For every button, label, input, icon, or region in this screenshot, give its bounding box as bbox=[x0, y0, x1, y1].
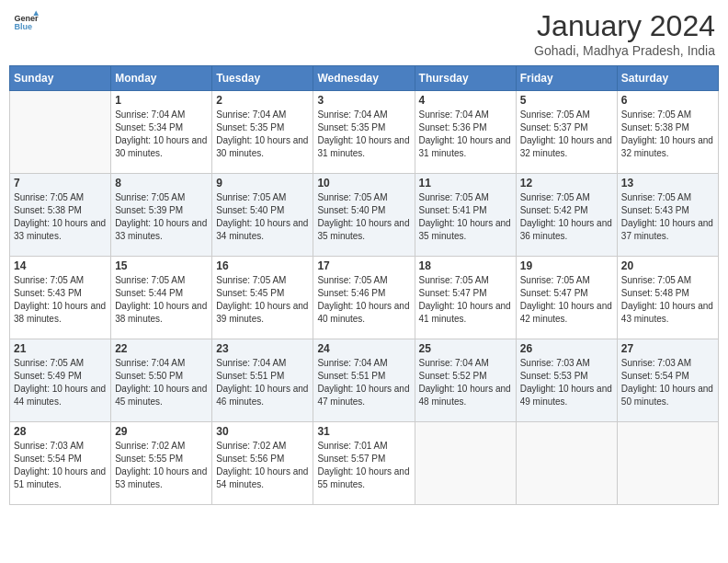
calendar-cell: 5Sunrise: 7:05 AMSunset: 5:37 PMDaylight… bbox=[516, 91, 617, 174]
cell-info: Sunrise: 7:05 AMSunset: 5:41 PMDaylight:… bbox=[419, 191, 512, 243]
calendar-cell: 10Sunrise: 7:05 AMSunset: 5:40 PMDayligh… bbox=[313, 174, 415, 257]
calendar-cell bbox=[10, 91, 111, 174]
day-number: 23 bbox=[216, 342, 309, 355]
cell-info: Sunrise: 7:02 AMSunset: 5:56 PMDaylight:… bbox=[216, 440, 309, 491]
day-number: 4 bbox=[419, 94, 512, 107]
column-header-thursday: Thursday bbox=[415, 66, 516, 91]
header-row: SundayMondayTuesdayWednesdayThursdayFrid… bbox=[10, 66, 719, 91]
day-number: 1 bbox=[115, 94, 208, 107]
day-number: 30 bbox=[216, 425, 309, 438]
column-header-wednesday: Wednesday bbox=[313, 66, 415, 91]
calendar-cell: 23Sunrise: 7:04 AMSunset: 5:51 PMDayligh… bbox=[212, 339, 313, 422]
day-number: 11 bbox=[419, 177, 512, 190]
day-number: 20 bbox=[621, 259, 714, 272]
cell-info: Sunrise: 7:05 AMSunset: 5:45 PMDaylight:… bbox=[216, 274, 309, 326]
day-number: 16 bbox=[216, 259, 309, 272]
calendar-cell: 24Sunrise: 7:04 AMSunset: 5:51 PMDayligh… bbox=[313, 339, 415, 422]
calendar-cell: 27Sunrise: 7:03 AMSunset: 5:54 PMDayligh… bbox=[617, 339, 718, 422]
calendar-cell: 31Sunrise: 7:01 AMSunset: 5:57 PMDayligh… bbox=[313, 422, 415, 505]
cell-info: Sunrise: 7:05 AMSunset: 5:43 PMDaylight:… bbox=[14, 274, 107, 326]
day-number: 7 bbox=[14, 177, 107, 190]
calendar-cell: 29Sunrise: 7:02 AMSunset: 5:55 PMDayligh… bbox=[111, 422, 212, 505]
day-number: 19 bbox=[520, 259, 613, 272]
column-header-friday: Friday bbox=[516, 66, 617, 91]
day-number: 12 bbox=[520, 177, 613, 190]
cell-info: Sunrise: 7:05 AMSunset: 5:42 PMDaylight:… bbox=[520, 191, 613, 243]
day-number: 28 bbox=[14, 425, 107, 438]
week-row-4: 21Sunrise: 7:05 AMSunset: 5:49 PMDayligh… bbox=[10, 339, 719, 422]
calendar-cell: 12Sunrise: 7:05 AMSunset: 5:42 PMDayligh… bbox=[516, 174, 617, 257]
cell-info: Sunrise: 7:05 AMSunset: 5:43 PMDaylight:… bbox=[621, 191, 714, 243]
week-row-1: 1Sunrise: 7:04 AMSunset: 5:34 PMDaylight… bbox=[10, 91, 719, 174]
day-number: 14 bbox=[14, 259, 107, 272]
calendar-cell: 15Sunrise: 7:05 AMSunset: 5:44 PMDayligh… bbox=[111, 257, 212, 339]
cell-info: Sunrise: 7:05 AMSunset: 5:47 PMDaylight:… bbox=[419, 274, 512, 326]
day-number: 31 bbox=[317, 425, 410, 438]
month-title: January 2024 bbox=[534, 9, 715, 43]
calendar-cell: 6Sunrise: 7:05 AMSunset: 5:38 PMDaylight… bbox=[617, 91, 718, 174]
calendar-cell: 26Sunrise: 7:03 AMSunset: 5:53 PMDayligh… bbox=[516, 339, 617, 422]
day-number: 17 bbox=[317, 259, 410, 272]
day-number: 8 bbox=[115, 177, 208, 190]
cell-info: Sunrise: 7:03 AMSunset: 5:54 PMDaylight:… bbox=[14, 440, 107, 491]
calendar-cell: 14Sunrise: 7:05 AMSunset: 5:43 PMDayligh… bbox=[10, 257, 111, 339]
day-number: 6 bbox=[621, 94, 714, 107]
calendar-cell: 25Sunrise: 7:04 AMSunset: 5:52 PMDayligh… bbox=[415, 339, 516, 422]
week-row-3: 14Sunrise: 7:05 AMSunset: 5:43 PMDayligh… bbox=[10, 257, 719, 339]
calendar-cell bbox=[516, 422, 617, 505]
calendar-cell: 1Sunrise: 7:04 AMSunset: 5:34 PMDaylight… bbox=[111, 91, 212, 174]
cell-info: Sunrise: 7:01 AMSunset: 5:57 PMDaylight:… bbox=[317, 440, 410, 491]
calendar-cell: 30Sunrise: 7:02 AMSunset: 5:56 PMDayligh… bbox=[212, 422, 313, 505]
day-number: 24 bbox=[317, 342, 410, 355]
calendar-cell: 16Sunrise: 7:05 AMSunset: 5:45 PMDayligh… bbox=[212, 257, 313, 339]
cell-info: Sunrise: 7:05 AMSunset: 5:39 PMDaylight:… bbox=[115, 191, 208, 243]
cell-info: Sunrise: 7:04 AMSunset: 5:36 PMDaylight:… bbox=[419, 109, 512, 160]
day-number: 18 bbox=[419, 259, 512, 272]
day-number: 29 bbox=[115, 425, 208, 438]
cell-info: Sunrise: 7:04 AMSunset: 5:52 PMDaylight:… bbox=[419, 357, 512, 408]
cell-info: Sunrise: 7:03 AMSunset: 5:54 PMDaylight:… bbox=[621, 357, 714, 408]
week-row-5: 28Sunrise: 7:03 AMSunset: 5:54 PMDayligh… bbox=[10, 422, 719, 505]
logo: General Blue bbox=[13, 9, 39, 35]
calendar-cell: 2Sunrise: 7:04 AMSunset: 5:35 PMDaylight… bbox=[212, 91, 313, 174]
calendar-cell: 28Sunrise: 7:03 AMSunset: 5:54 PMDayligh… bbox=[10, 422, 111, 505]
day-number: 3 bbox=[317, 94, 410, 107]
column-header-sunday: Sunday bbox=[10, 66, 111, 91]
calendar-cell: 4Sunrise: 7:04 AMSunset: 5:36 PMDaylight… bbox=[415, 91, 516, 174]
day-number: 10 bbox=[317, 177, 410, 190]
cell-info: Sunrise: 7:04 AMSunset: 5:34 PMDaylight:… bbox=[115, 109, 208, 160]
day-number: 25 bbox=[419, 342, 512, 355]
calendar-cell: 8Sunrise: 7:05 AMSunset: 5:39 PMDaylight… bbox=[111, 174, 212, 257]
logo-icon: General Blue bbox=[13, 9, 39, 35]
cell-info: Sunrise: 7:03 AMSunset: 5:53 PMDaylight:… bbox=[520, 357, 613, 408]
cell-info: Sunrise: 7:05 AMSunset: 5:40 PMDaylight:… bbox=[317, 191, 410, 243]
calendar-cell: 20Sunrise: 7:05 AMSunset: 5:48 PMDayligh… bbox=[617, 257, 718, 339]
svg-text:Blue: Blue bbox=[14, 22, 32, 31]
column-header-tuesday: Tuesday bbox=[212, 66, 313, 91]
calendar-cell: 17Sunrise: 7:05 AMSunset: 5:46 PMDayligh… bbox=[313, 257, 415, 339]
day-number: 5 bbox=[520, 94, 613, 107]
cell-info: Sunrise: 7:04 AMSunset: 5:35 PMDaylight:… bbox=[317, 109, 410, 160]
cell-info: Sunrise: 7:04 AMSunset: 5:51 PMDaylight:… bbox=[216, 357, 309, 408]
cell-info: Sunrise: 7:05 AMSunset: 5:49 PMDaylight:… bbox=[14, 357, 107, 408]
cell-info: Sunrise: 7:04 AMSunset: 5:35 PMDaylight:… bbox=[216, 109, 309, 160]
column-header-saturday: Saturday bbox=[617, 66, 718, 91]
calendar-cell: 22Sunrise: 7:04 AMSunset: 5:50 PMDayligh… bbox=[111, 339, 212, 422]
day-number: 9 bbox=[216, 177, 309, 190]
calendar-cell: 18Sunrise: 7:05 AMSunset: 5:47 PMDayligh… bbox=[415, 257, 516, 339]
calendar-cell: 21Sunrise: 7:05 AMSunset: 5:49 PMDayligh… bbox=[10, 339, 111, 422]
calendar-cell: 3Sunrise: 7:04 AMSunset: 5:35 PMDaylight… bbox=[313, 91, 415, 174]
location: Gohadi, Madhya Pradesh, India bbox=[534, 43, 715, 58]
day-number: 13 bbox=[621, 177, 714, 190]
day-number: 21 bbox=[14, 342, 107, 355]
calendar-cell: 13Sunrise: 7:05 AMSunset: 5:43 PMDayligh… bbox=[617, 174, 718, 257]
day-number: 26 bbox=[520, 342, 613, 355]
cell-info: Sunrise: 7:05 AMSunset: 5:38 PMDaylight:… bbox=[621, 109, 714, 160]
day-number: 15 bbox=[115, 259, 208, 272]
cell-info: Sunrise: 7:04 AMSunset: 5:51 PMDaylight:… bbox=[317, 357, 410, 408]
title-area: January 2024 Gohadi, Madhya Pradesh, Ind… bbox=[534, 9, 715, 58]
cell-info: Sunrise: 7:05 AMSunset: 5:44 PMDaylight:… bbox=[115, 274, 208, 326]
calendar-cell: 9Sunrise: 7:05 AMSunset: 5:40 PMDaylight… bbox=[212, 174, 313, 257]
calendar-cell bbox=[415, 422, 516, 505]
cell-info: Sunrise: 7:05 AMSunset: 5:46 PMDaylight:… bbox=[317, 274, 410, 326]
